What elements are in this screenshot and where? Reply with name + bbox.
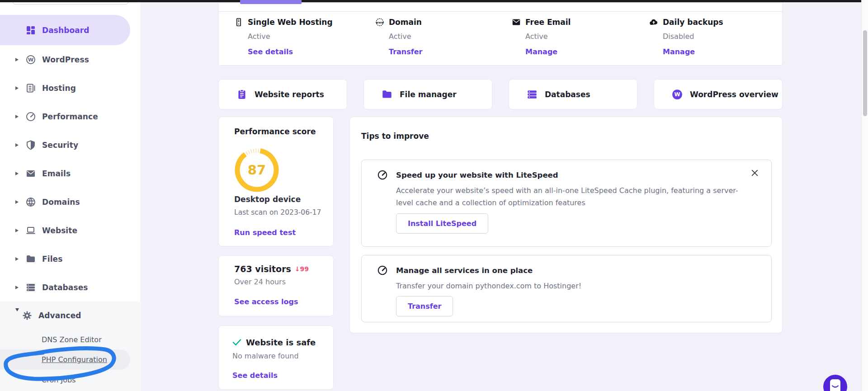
chevron-right-icon — [15, 58, 23, 61]
sidebar-item-security[interactable]: Security — [0, 131, 141, 159]
performance-score-value: 87 — [232, 145, 282, 195]
speedometer-icon — [25, 111, 36, 122]
sidebar-item-advanced[interactable]: Advanced — [0, 301, 141, 330]
close-icon[interactable] — [751, 169, 759, 177]
report-icon — [236, 89, 248, 100]
card-title: Performance score — [234, 127, 316, 136]
server-icon — [234, 17, 244, 27]
divider — [219, 11, 782, 12]
chevron-right-icon — [15, 286, 23, 289]
tip-description: Accelerate your website’s speed with an … — [396, 184, 744, 209]
www-globe-icon: www — [375, 17, 385, 27]
database-icon — [25, 282, 36, 293]
hosting-icon — [25, 83, 36, 94]
status-text: Disabled — [663, 32, 694, 41]
chat-icon — [830, 379, 840, 391]
card-title: Website is safe — [246, 338, 316, 347]
scrollbar-thumb[interactable] — [863, 30, 867, 116]
svg-text:www: www — [376, 21, 384, 24]
sidebar-item-website[interactable]: Website — [0, 216, 141, 245]
tip-title: Manage all services in one place — [396, 266, 533, 275]
sidebar-item-hosting[interactable]: Hosting — [0, 74, 141, 102]
shield-icon — [25, 140, 36, 151]
globe-icon — [25, 197, 36, 207]
install-litespeed-button[interactable]: Install LiteSpeed — [396, 213, 488, 234]
see-details-link[interactable]: See details — [248, 47, 293, 56]
performance-score-card: Performance score 87 Desktop device Last… — [218, 117, 334, 246]
speedometer-icon — [377, 264, 388, 276]
svg-text:W: W — [674, 91, 680, 98]
tip-description: Transfer your domain pythondex.com to Ho… — [396, 280, 744, 292]
grid-icon — [25, 25, 36, 36]
sidebar-item-dashboard[interactable]: Dashboard — [0, 15, 130, 45]
status-text: Active — [248, 32, 270, 41]
see-details-link[interactable]: See details — [232, 371, 278, 380]
wordpress-overview-card[interactable]: W WordPress overview — [654, 79, 783, 109]
malware-status: No malware found — [232, 352, 299, 360]
website-safe-card: Website is safe No malware found See det… — [218, 325, 334, 390]
tip-litespeed: Speed up your website with LiteSpeed Acc… — [361, 160, 772, 247]
folder-icon — [25, 254, 36, 264]
visitors-period: Over 24 hours — [234, 278, 286, 286]
sidebar-item-label: Domains — [42, 198, 80, 207]
visitors-count: 763 visitors ↓99 — [234, 264, 309, 274]
visitors-card: 763 visitors ↓99 Over 24 hours See acces… — [218, 255, 334, 316]
sidebar-nav: Dashboard W WordPress Hosting Performanc… — [0, 15, 141, 301]
database-icon — [526, 89, 538, 100]
advanced-section: Advanced DNS Zone Editor PHP Configurati… — [0, 301, 141, 391]
sidebar: Dashboard W WordPress Hosting Performanc… — [0, 0, 141, 391]
envelope-icon — [511, 17, 521, 27]
device-label: Desktop device — [234, 195, 301, 204]
svg-text:W: W — [28, 57, 33, 63]
services-status-card: Single Web Hosting Active See details ww… — [218, 2, 783, 66]
last-scan-text: Last scan on 2023-06-17 — [234, 208, 321, 217]
sidebar-subitem-cron-jobs[interactable]: Cron Jobs — [0, 370, 141, 390]
chat-widget-button[interactable] — [823, 375, 847, 391]
visitors-delta: ↓99 — [295, 265, 309, 273]
sidebar-item-files[interactable]: Files — [0, 245, 141, 273]
see-access-logs-link[interactable]: See access logs — [234, 297, 298, 306]
sidebar-item-label: Performance — [42, 112, 98, 121]
chevron-right-icon — [15, 257, 23, 261]
chevron-right-icon — [15, 86, 23, 90]
arrow-down-icon: ↓ — [295, 265, 300, 273]
sidebar-subitem-php-configuration[interactable]: PHP Configuration — [0, 349, 130, 370]
sidebar-item-label: Advanced — [38, 311, 81, 320]
databases-card[interactable]: Databases — [509, 79, 637, 109]
transfer-button[interactable]: Transfer — [396, 296, 453, 316]
progress-bar-segment — [240, 0, 302, 4]
scrollbar-track[interactable] — [861, 0, 868, 391]
folder-icon — [381, 89, 393, 100]
sidebar-item-wordpress[interactable]: W WordPress — [0, 45, 141, 74]
sidebar-item-label: WordPress — [42, 55, 89, 64]
gear-icon — [22, 310, 33, 321]
sidebar-item-label: Security — [42, 141, 78, 150]
wordpress-icon: W — [25, 54, 36, 65]
run-speed-test-link[interactable]: Run speed test — [234, 228, 296, 237]
sidebar-subitem-dns-zone-editor[interactable]: DNS Zone Editor — [0, 330, 141, 349]
manage-link[interactable]: Manage — [663, 47, 695, 56]
status-text: Active — [525, 32, 548, 41]
chevron-right-icon — [15, 143, 23, 147]
chevron-right-icon — [15, 115, 23, 118]
tip-title: Speed up your website with LiteSpeed — [396, 171, 558, 179]
sidebar-item-label: Dashboard — [42, 26, 90, 35]
sidebar-item-label: Files — [42, 254, 62, 264]
cloud-backup-icon — [649, 17, 659, 27]
transfer-link[interactable]: Transfer — [389, 47, 422, 56]
sidebar-item-domains[interactable]: Domains — [0, 188, 141, 216]
envelope-icon — [25, 168, 36, 179]
sidebar-item-label: Hosting — [42, 84, 76, 93]
manage-link[interactable]: Manage — [525, 47, 557, 56]
laptop-icon — [25, 225, 36, 236]
quick-links-row: Website reports File manager Databases W… — [218, 79, 783, 109]
sidebar-item-performance[interactable]: Performance — [0, 102, 141, 131]
sidebar-item-emails[interactable]: Emails — [0, 159, 141, 188]
website-reports-card[interactable]: Website reports — [218, 79, 347, 109]
chevron-right-icon — [15, 200, 23, 204]
sidebar-item-label: Emails — [42, 169, 71, 178]
file-manager-card[interactable]: File manager — [363, 79, 492, 109]
sidebar-item-databases[interactable]: Databases — [0, 273, 141, 301]
chevron-right-icon — [15, 172, 23, 175]
speedometer-icon — [377, 169, 388, 181]
